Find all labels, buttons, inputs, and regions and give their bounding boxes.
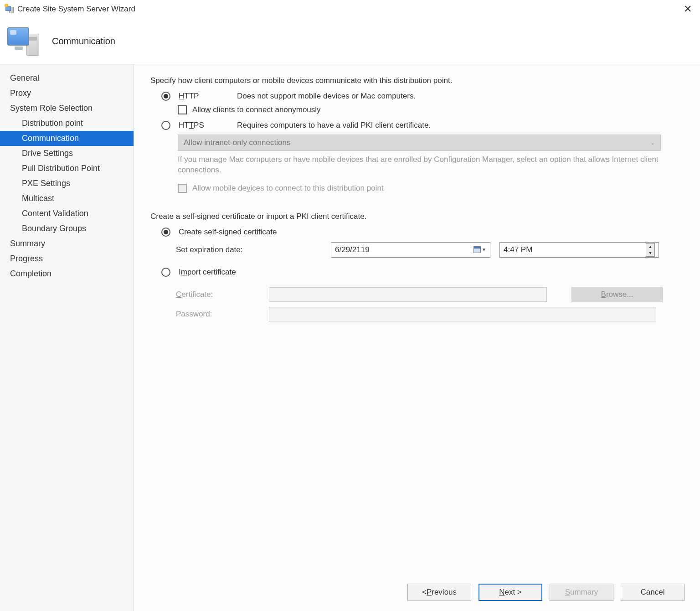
cert-intro-text: Create a self-signed certificate or impo… bbox=[150, 212, 684, 221]
allow-mobile-label: Allow mobile devices to connect to this … bbox=[192, 184, 384, 193]
create-self-signed-radio[interactable] bbox=[161, 228, 170, 237]
import-certificate-label: Import certificate bbox=[179, 268, 236, 277]
previous-button[interactable]: < Previous bbox=[407, 584, 471, 601]
page-title: Communication bbox=[52, 36, 115, 47]
expiration-label: Set expiration date: bbox=[176, 245, 331, 254]
calendar-icon[interactable]: ▼ bbox=[474, 246, 486, 253]
sidebar-item-pull-distribution-point[interactable]: Pull Distribution Point bbox=[0, 161, 134, 176]
password-input bbox=[269, 307, 656, 321]
https-option-row[interactable]: HTTPS Requires computers to have a valid… bbox=[150, 121, 684, 130]
http-description: Does not support mobile devices or Mac c… bbox=[237, 92, 416, 101]
wizard-steps-sidebar: General Proxy System Role Selection Dist… bbox=[0, 64, 134, 611]
sidebar-item-summary[interactable]: Summary bbox=[0, 236, 134, 251]
https-label: HTTPS bbox=[179, 121, 229, 130]
create-self-signed-label: Create self-signed certificate bbox=[179, 228, 277, 237]
password-field-label: Password: bbox=[176, 310, 262, 319]
expiration-time-input[interactable]: 4:47 PM ▲▼ bbox=[499, 242, 659, 258]
allow-mobile-row: Allow mobile devices to connect to this … bbox=[150, 184, 684, 193]
content-pane: Specify how client computers or mobile d… bbox=[134, 64, 700, 611]
https-description: Requires computers to have a valid PKI c… bbox=[237, 121, 431, 130]
wizard-icon bbox=[5, 5, 14, 13]
create-self-signed-row[interactable]: Create self-signed certificate bbox=[150, 228, 684, 237]
header-band: Communication bbox=[0, 18, 700, 64]
connection-type-value: Allow intranet-only connections bbox=[184, 138, 290, 147]
connection-type-help: If you manage Mac computers or have mobi… bbox=[178, 155, 661, 176]
expiration-date-value: 6/29/2119 bbox=[335, 245, 370, 254]
sidebar-item-general[interactable]: General bbox=[0, 71, 134, 86]
sidebar-item-multicast[interactable]: Multicast bbox=[0, 191, 134, 206]
sidebar-item-proxy[interactable]: Proxy bbox=[0, 86, 134, 101]
window-title: Create Site System Server Wizard bbox=[17, 5, 135, 14]
sidebar-item-distribution-point[interactable]: Distribution point bbox=[0, 116, 134, 131]
chevron-down-icon: ⌄ bbox=[650, 140, 655, 146]
sidebar-item-completion[interactable]: Completion bbox=[0, 266, 134, 281]
wizard-footer: < Previous Next > Summary Cancel bbox=[407, 584, 685, 601]
server-monitor-icon bbox=[7, 26, 41, 57]
close-icon[interactable]: ✕ bbox=[681, 3, 695, 15]
sidebar-item-boundary-groups[interactable]: Boundary Groups bbox=[0, 221, 134, 236]
import-certificate-radio[interactable] bbox=[161, 268, 170, 277]
connection-type-dropdown: Allow intranet-only connections ⌄ bbox=[178, 135, 661, 151]
intro-text: Specify how client computers or mobile d… bbox=[150, 76, 684, 85]
sidebar-item-drive-settings[interactable]: Drive Settings bbox=[0, 146, 134, 161]
sidebar-item-progress[interactable]: Progress bbox=[0, 251, 134, 266]
browse-button: Browse... bbox=[571, 287, 663, 302]
http-label: HTTP bbox=[179, 92, 229, 101]
certificate-field-label: Certificate: bbox=[176, 290, 262, 299]
summary-button: Summary bbox=[550, 584, 613, 601]
allow-anonymous-checkbox[interactable] bbox=[178, 105, 187, 114]
sidebar-item-communication[interactable]: Communication bbox=[0, 131, 134, 146]
sidebar-item-content-validation[interactable]: Content Validation bbox=[0, 206, 134, 221]
allow-anonymous-row[interactable]: Allow clients to connect anonymously bbox=[150, 105, 684, 114]
sidebar-item-pxe-settings[interactable]: PXE Settings bbox=[0, 176, 134, 191]
import-certificate-row[interactable]: Import certificate bbox=[150, 268, 684, 277]
https-radio[interactable] bbox=[161, 121, 170, 130]
http-radio[interactable] bbox=[161, 92, 170, 101]
sidebar-item-system-role-selection[interactable]: System Role Selection bbox=[0, 101, 134, 116]
expiration-time-value: 4:47 PM bbox=[504, 245, 532, 254]
certificate-path-input bbox=[269, 287, 547, 302]
http-option-row[interactable]: HTTP Does not support mobile devices or … bbox=[150, 92, 684, 101]
cancel-button[interactable]: Cancel bbox=[621, 584, 685, 601]
title-bar: Create Site System Server Wizard ✕ bbox=[0, 0, 700, 18]
time-spinner-icon[interactable]: ▲▼ bbox=[646, 243, 655, 257]
expiration-date-input[interactable]: 6/29/2119 ▼ bbox=[331, 242, 490, 258]
allow-mobile-checkbox bbox=[178, 184, 187, 193]
next-button[interactable]: Next > bbox=[479, 584, 542, 601]
allow-anonymous-label: Allow clients to connect anonymously bbox=[192, 105, 321, 114]
